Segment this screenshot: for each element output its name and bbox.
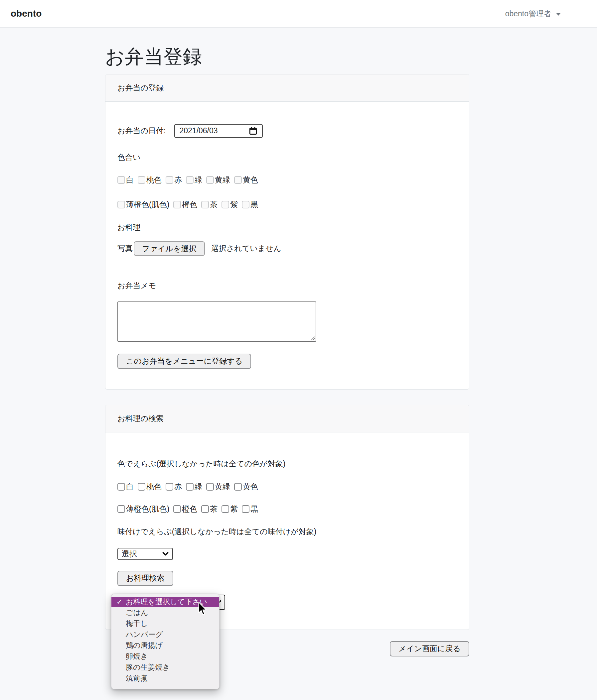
color-checkbox-group: 橙色 bbox=[173, 199, 197, 210]
navbar-brand[interactable]: obento bbox=[10, 8, 42, 19]
color-checkbox-label: 白 bbox=[126, 175, 134, 185]
color-checkbox[interactable] bbox=[173, 201, 181, 208]
color-checkbox-label: 黄緑 bbox=[215, 175, 230, 185]
color-filter-label: 色でえらぶ(選択しなかった時は全ての色が対象) bbox=[117, 459, 457, 469]
color-checkbox[interactable] bbox=[221, 505, 229, 513]
file-select-button[interactable]: ファイルを選択 bbox=[134, 241, 205, 256]
search-card-header: お料理の検索 bbox=[105, 405, 469, 432]
taste-filter-label: 味付けでえらぶ(選択しなかった時は全ての味付けが対象) bbox=[117, 526, 457, 537]
color-checkbox-group: 桃色 bbox=[138, 175, 162, 185]
color-checkbox[interactable] bbox=[242, 505, 249, 513]
color-checkbox-label: 黄色 bbox=[243, 482, 258, 492]
color-checkbox[interactable] bbox=[166, 483, 173, 491]
color-checkbox[interactable] bbox=[201, 505, 209, 513]
color-checkbox-label: 赤 bbox=[174, 482, 182, 492]
color-checkbox-label: 黒 bbox=[250, 504, 258, 514]
color-checkbox-label: 茶 bbox=[210, 199, 217, 210]
dropdown-option[interactable]: 筑前煮 bbox=[112, 673, 219, 684]
dropdown-option[interactable]: 鶏の唐揚げ bbox=[112, 640, 219, 651]
color-checkbox-group: 黒 bbox=[242, 199, 258, 210]
color-checkbox-group: 白 bbox=[117, 482, 134, 492]
color-checkbox-label: 黄色 bbox=[243, 175, 258, 185]
memo-label: お弁当メモ bbox=[117, 280, 457, 291]
color-checkbox[interactable] bbox=[186, 483, 194, 491]
dish-search-button[interactable]: お料理検索 bbox=[117, 571, 173, 586]
color-checkbox-label: 赤 bbox=[174, 175, 182, 185]
color-checkbox-group: 黄色 bbox=[234, 482, 258, 492]
color-checkbox-label: 黒 bbox=[250, 199, 258, 210]
navbar: obento obento管理者 bbox=[0, 0, 597, 28]
color-checkbox[interactable] bbox=[117, 201, 125, 208]
search-color-checkbox-row-2: 薄橙色(肌色) 橙色 茶 紫 bbox=[117, 504, 457, 514]
dropdown-options: ごはん 梅干し ハンバーグ 鶏の唐揚げ 卵焼き 豚の生姜焼き 筑前煮 bbox=[112, 607, 219, 684]
date-input[interactable]: 2021/06/03 bbox=[174, 124, 263, 138]
color-checkbox-group: 薄橙色(肌色) bbox=[117, 199, 169, 210]
color-checkbox[interactable] bbox=[138, 483, 145, 491]
color-checkbox[interactable] bbox=[117, 505, 125, 513]
chevron-down-icon bbox=[162, 552, 169, 556]
color-checkbox[interactable] bbox=[186, 176, 194, 184]
color-checkbox[interactable] bbox=[206, 483, 214, 491]
color-checkbox-group: 白 bbox=[117, 175, 134, 185]
color-checkbox-label: 桃色 bbox=[146, 175, 162, 185]
color-checkbox-group: 紫 bbox=[221, 504, 238, 514]
color-checkbox[interactable] bbox=[234, 176, 242, 184]
user-menu-dropdown[interactable]: obento管理者 bbox=[505, 9, 561, 19]
register-card: お弁当の登録 お弁当の日付: 2021/06/03 色合い bbox=[105, 74, 469, 390]
dropdown-option[interactable]: 豚の生姜焼き bbox=[112, 662, 219, 673]
color-checkbox-row-1: 白 桃色 赤 緑 bbox=[117, 175, 457, 185]
register-card-header: お弁当の登録 bbox=[105, 74, 469, 102]
color-checkbox-label: 緑 bbox=[195, 482, 202, 492]
color-checkbox-group: 黄緑 bbox=[206, 175, 230, 185]
memo-textarea[interactable] bbox=[117, 301, 316, 342]
dropdown-selected-label: お料理を選択して下さい bbox=[126, 597, 207, 607]
dropdown-option[interactable]: 梅干し bbox=[112, 618, 219, 629]
color-checkbox[interactable] bbox=[201, 201, 209, 208]
color-checkbox-label: 薄橙色(肌色) bbox=[126, 199, 169, 210]
color-checkbox-group: 茶 bbox=[201, 199, 217, 210]
register-to-menu-button[interactable]: このお弁当をメニューに登録する bbox=[117, 354, 251, 369]
dropdown-option[interactable]: 卵焼き bbox=[112, 651, 219, 662]
color-checkbox[interactable] bbox=[117, 176, 125, 184]
calendar-icon[interactable] bbox=[249, 127, 257, 135]
color-checkbox-label: 薄橙色(肌色) bbox=[126, 504, 169, 514]
color-checkbox[interactable] bbox=[242, 201, 249, 208]
color-checkbox[interactable] bbox=[166, 176, 173, 184]
photo-label: 写真 bbox=[117, 243, 133, 254]
color-checkbox[interactable] bbox=[221, 201, 229, 208]
dish-select[interactable]: ✓ お料理を選択して下さい ごはん 梅干し ハンバーグ 鶏の唐揚げ bbox=[117, 595, 225, 610]
file-status-text: 選択されていません bbox=[211, 243, 281, 254]
checkmark-icon: ✓ bbox=[116, 598, 126, 606]
color-checkbox[interactable] bbox=[234, 483, 242, 491]
color-checkbox-label: 橙色 bbox=[182, 199, 197, 210]
color-checkbox-group: 橙色 bbox=[173, 504, 197, 514]
date-value: 2021/06/03 bbox=[179, 126, 217, 135]
resize-grip-icon[interactable] bbox=[310, 336, 315, 340]
color-checkbox[interactable] bbox=[117, 483, 125, 491]
color-checkbox-label: 黄緑 bbox=[215, 482, 230, 492]
color-checkbox-label: 白 bbox=[126, 482, 134, 492]
color-checkbox-label: 緑 bbox=[195, 175, 202, 185]
taste-select[interactable]: 選択 bbox=[117, 548, 173, 560]
color-checkbox[interactable] bbox=[206, 176, 214, 184]
color-checkbox[interactable] bbox=[173, 505, 181, 513]
color-checkbox-group: 茶 bbox=[201, 504, 217, 514]
color-checkbox-row-2: 薄橙色(肌色) 橙色 茶 紫 bbox=[117, 199, 457, 210]
mouse-cursor bbox=[198, 602, 208, 617]
color-checkbox-group: 緑 bbox=[186, 175, 202, 185]
color-checkbox-group: 赤 bbox=[166, 482, 182, 492]
back-to-main-button[interactable]: メイン画面に戻る bbox=[390, 641, 469, 656]
dropdown-option[interactable]: ハンバーグ bbox=[112, 629, 219, 640]
color-checkbox-label: 桃色 bbox=[146, 482, 162, 492]
color-checkbox-group: 黄緑 bbox=[206, 482, 230, 492]
color-checkbox-group: 赤 bbox=[166, 175, 182, 185]
color-checkbox-label: 橙色 bbox=[182, 504, 197, 514]
main-content: お弁当登録 お弁当の登録 お弁当の日付: 2021/06/03 色合い bbox=[105, 46, 469, 656]
hue-label: 色合い bbox=[117, 152, 457, 162]
search-color-checkbox-row-1: 白 桃色 赤 緑 bbox=[117, 482, 457, 492]
color-checkbox[interactable] bbox=[138, 176, 145, 184]
color-checkbox-label: 紫 bbox=[230, 199, 238, 210]
page-title: お弁当登録 bbox=[105, 46, 469, 67]
date-label: お弁当の日付: bbox=[117, 126, 166, 136]
caret-down-icon bbox=[556, 13, 561, 16]
